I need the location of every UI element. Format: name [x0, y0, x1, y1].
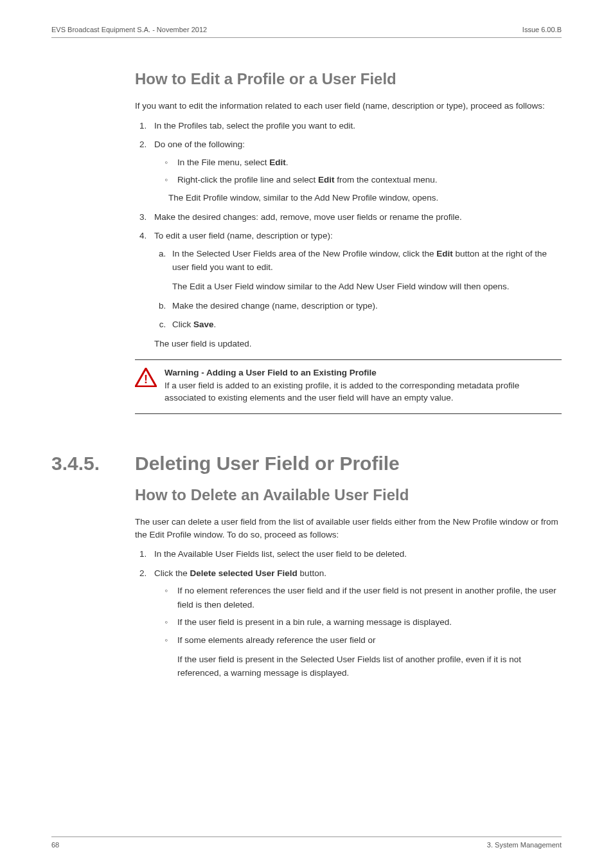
delete-step-1: In the Available User Fields list, selec… — [149, 547, 562, 561]
bold-save: Save — [193, 320, 214, 329]
text-fragment: If some elements already reference the u… — [177, 635, 375, 645]
delete-step-2: Click the Delete selected User Field but… — [149, 566, 562, 680]
bold-delete-field: Delete selected User Field — [190, 568, 298, 578]
step-2-tail: The Edit Profile window, similar to the … — [168, 191, 562, 205]
bold-edit: Edit — [269, 158, 286, 167]
running-header: EVS Broadcast Equipment S.A. - November … — [51, 26, 562, 38]
text-fragment: . — [214, 320, 217, 329]
text-fragment: In the File menu, select — [177, 158, 269, 167]
footer-section: 3. System Management — [487, 841, 562, 849]
step-2-sub-a: In the File menu, select Edit. — [168, 156, 562, 170]
delete-intro: The user can delete a user field from th… — [135, 516, 562, 541]
section-subtitle-delete: How to Delete an Available User Field — [135, 486, 562, 504]
step-4a-tail: The Edit a User Field window similar to … — [172, 280, 562, 294]
step-2-text: Do one of the following: — [154, 140, 245, 149]
section-heading: Deleting User Field or Profile — [135, 453, 400, 475]
step-2-sub-b: Right-click the profile line and select … — [168, 173, 562, 187]
step-3: Make the desired changes: add, remove, m… — [149, 210, 562, 224]
text-fragment: In the Selected User Fields area of the … — [172, 249, 436, 258]
step-1: In the Profiles tab, select the profile … — [149, 119, 562, 133]
warning-box: ! Warning - Adding a User Field to an Ex… — [135, 359, 562, 414]
step-2: Do one of the following: In the File men… — [149, 138, 562, 204]
header-right: Issue 6.00.B — [522, 26, 562, 33]
delete-bullet-1: If no element references the user field … — [168, 584, 562, 611]
page-footer: 68 3. System Management — [51, 836, 562, 849]
intro-paragraph: If you want to edit the information rela… — [135, 100, 562, 113]
section-number: 3.4.5. — [51, 453, 135, 475]
delete-bullet-3-tail: If the user field is present in the Sele… — [177, 653, 562, 680]
warning-triangle-icon: ! — [135, 368, 157, 387]
delete-bullet-2: If the user field is present in a bin ru… — [168, 615, 562, 629]
bold-edit: Edit — [318, 175, 335, 185]
text-fragment: Right-click the profile line and select — [177, 175, 318, 185]
warning-body: If a user field is added to an existing … — [164, 381, 519, 403]
warning-text: Warning - Adding a User Field to an Exis… — [164, 366, 562, 404]
text-fragment: Click — [172, 320, 193, 329]
section-title-edit-profile: How to Edit a Profile or a User Field — [135, 70, 562, 88]
delete-bullet-3: If some elements already reference the u… — [168, 633, 562, 680]
text-fragment: button. — [298, 568, 326, 578]
section-heading-row: 3.4.5. Deleting User Field or Profile — [51, 453, 562, 475]
step-4-tail: The user field is updated. — [154, 337, 562, 351]
steps-list: In the Profiles tab, select the profile … — [135, 119, 562, 351]
page-number: 68 — [51, 841, 59, 849]
svg-text:!: ! — [144, 373, 148, 386]
step-4: To edit a user field (name, description … — [149, 229, 562, 350]
text-fragment: Click the — [154, 568, 190, 578]
delete-steps-list: In the Available User Fields list, selec… — [135, 547, 562, 680]
text-fragment: . — [286, 158, 289, 167]
step-4c: Click Save. — [168, 318, 562, 332]
header-left: EVS Broadcast Equipment S.A. - November … — [51, 26, 207, 33]
step-4a: In the Selected User Fields area of the … — [168, 247, 562, 294]
step-4-text: To edit a user field (name, description … — [154, 231, 333, 240]
text-fragment: from the contextual menu. — [335, 175, 438, 185]
step-4b: Make the desired change (name, descripti… — [168, 299, 562, 313]
warning-title: Warning - Adding a User Field to an Exis… — [164, 368, 377, 377]
bold-edit: Edit — [436, 249, 453, 258]
